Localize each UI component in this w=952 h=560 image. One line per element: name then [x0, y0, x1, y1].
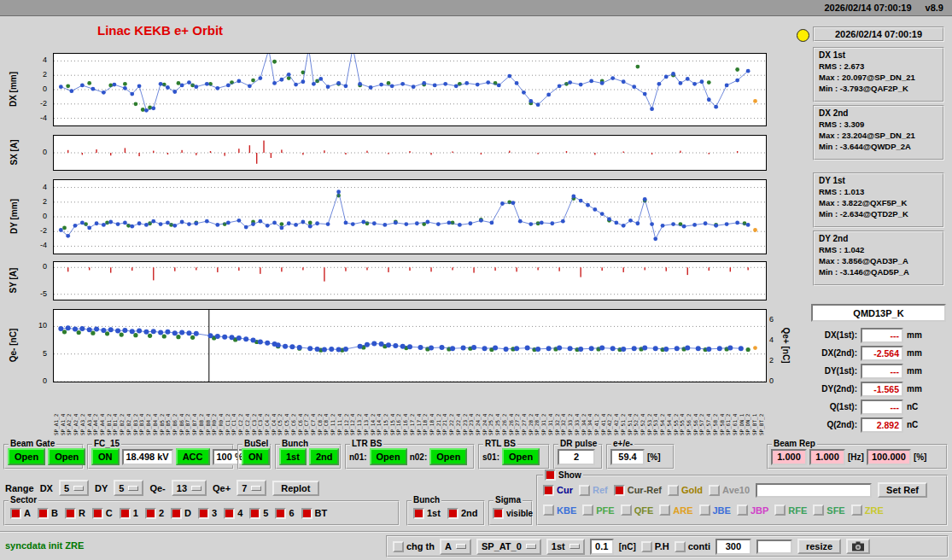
bunch-1st-button[interactable]: 1st: [279, 448, 307, 465]
checkbox[interactable]: [641, 541, 652, 552]
bunch-2nd-button[interactable]: 2nd: [309, 448, 340, 465]
checkbox[interactable]: [675, 541, 686, 552]
resize-button[interactable]: resize: [797, 539, 841, 554]
ph-checkbox[interactable]: P.H: [641, 541, 669, 552]
dr-pulse-field[interactable]: 2: [558, 449, 595, 465]
checkbox[interactable]: [621, 505, 632, 516]
show-option-ref[interactable]: Ref: [579, 485, 608, 496]
show-option-cur-ref[interactable]: Cur-Ref: [614, 485, 662, 496]
sector-option-d[interactable]: D: [171, 508, 191, 519]
sector-option-5[interactable]: 5: [249, 508, 268, 519]
checkbox[interactable]: [493, 508, 504, 519]
fc15-kv-field[interactable]: 18.498 kV: [122, 449, 173, 465]
sector-option-4[interactable]: 4: [224, 508, 242, 519]
show-option-ave10[interactable]: Ave10: [709, 485, 750, 496]
aux-input[interactable]: [756, 540, 792, 554]
checkbox[interactable]: [145, 508, 156, 519]
bunch-1st-checkbox[interactable]: 1st: [413, 508, 441, 519]
show-option-kbe[interactable]: KBE: [543, 505, 576, 516]
show-option-are[interactable]: ARE: [659, 505, 692, 516]
checkbox[interactable]: [38, 508, 49, 519]
count-field[interactable]: 300: [715, 539, 751, 555]
checkbox[interactable]: [413, 508, 424, 519]
show-option-jbp[interactable]: JBP: [737, 505, 768, 516]
sector-select-dropdown[interactable]: A: [440, 539, 471, 555]
checkbox[interactable]: [65, 508, 76, 519]
dx-orbit-plot[interactable]: [53, 53, 767, 126]
checkbox[interactable]: [851, 505, 862, 516]
set-ref-button[interactable]: Set Ref: [878, 482, 927, 498]
beam-gate-open-1-button[interactable]: Open: [8, 448, 45, 465]
checkbox[interactable]: [709, 485, 720, 496]
checkbox[interactable]: [543, 505, 554, 516]
checkbox[interactable]: [275, 508, 286, 519]
checkbox[interactable]: [737, 505, 748, 516]
checkbox[interactable]: [579, 485, 590, 496]
fc15-acc-button[interactable]: ACC: [176, 448, 210, 465]
show-option-pfe[interactable]: PFE: [582, 505, 614, 516]
chg-th-checkbox[interactable]: chg th: [393, 541, 435, 552]
show-option-sfe[interactable]: SFE: [813, 505, 844, 516]
show-option-jbe[interactable]: JBE: [699, 505, 731, 516]
charge-plot[interactable]: [53, 309, 767, 382]
busel-on-button[interactable]: ON: [242, 448, 270, 465]
checkbox[interactable]: [120, 508, 131, 519]
checkbox[interactable]: [659, 505, 670, 516]
show-option-rfe[interactable]: RFE: [774, 505, 807, 516]
sector-option-r[interactable]: R: [65, 508, 85, 519]
range-dx-dropdown[interactable]: 5: [59, 480, 89, 496]
screenshot-button[interactable]: [846, 539, 870, 554]
beam-rep-field-2[interactable]: 1.000: [809, 449, 845, 465]
checkbox[interactable]: [447, 508, 458, 519]
checkbox[interactable]: [699, 505, 710, 516]
sector-option-3[interactable]: 3: [198, 508, 217, 519]
checkbox[interactable]: [301, 508, 312, 519]
range-qe-minus-dropdown[interactable]: 13: [172, 480, 207, 496]
conti-checkbox[interactable]: conti: [675, 541, 710, 552]
sector-option-bt[interactable]: BT: [301, 508, 328, 519]
sector-option-a[interactable]: A: [10, 508, 31, 519]
sector-option-2[interactable]: 2: [145, 508, 164, 519]
sigma-visible-checkbox[interactable]: visible: [493, 508, 533, 519]
beam-gate-open-2-button[interactable]: Open: [48, 448, 85, 465]
ltr-n01-open-button[interactable]: Open: [370, 448, 407, 465]
set-ref-input[interactable]: [756, 483, 872, 498]
beam-rep-field-3[interactable]: 100.000: [867, 449, 911, 465]
checkbox[interactable]: [10, 508, 21, 519]
sx-steering-plot[interactable]: [53, 135, 767, 171]
fc15-on-button[interactable]: ON: [91, 448, 120, 465]
show-option-qfe[interactable]: QFE: [621, 505, 654, 516]
e-ratio-field[interactable]: 59.4: [610, 449, 645, 465]
checkbox[interactable]: [171, 508, 182, 519]
ltr-n02-open-button[interactable]: Open: [429, 448, 467, 465]
checkbox[interactable]: [92, 508, 103, 519]
checkbox[interactable]: [543, 485, 554, 496]
sy-steering-plot[interactable]: [53, 261, 767, 300]
bunch-select-dropdown[interactable]: 1st: [546, 539, 585, 555]
sector-option-c[interactable]: C: [92, 508, 113, 519]
range-qe-plus-dropdown[interactable]: 7: [237, 480, 266, 496]
dy-orbit-plot[interactable]: [53, 179, 767, 254]
checkbox[interactable]: [393, 541, 404, 552]
checkbox[interactable]: [198, 508, 209, 519]
checkbox[interactable]: [249, 508, 260, 519]
checkbox[interactable]: [813, 505, 824, 516]
checkbox[interactable]: [224, 508, 235, 519]
replot-button[interactable]: Replot: [272, 481, 318, 496]
show-option-cur[interactable]: Cur: [543, 485, 573, 496]
rtl-s01-open-button[interactable]: Open: [502, 448, 540, 465]
range-dy-dropdown[interactable]: 5: [114, 480, 143, 496]
checkbox[interactable]: [614, 485, 625, 496]
beam-rep-field-1[interactable]: 1.000: [771, 449, 807, 465]
checkbox[interactable]: [582, 505, 593, 516]
bunch-2nd-checkbox[interactable]: 2nd: [447, 508, 478, 519]
sector-option-b[interactable]: B: [38, 508, 58, 519]
sector-option-6[interactable]: 6: [275, 508, 294, 519]
checkbox[interactable]: [668, 485, 679, 496]
bpm-name-field[interactable]: QMD13P_K: [811, 304, 946, 322]
checkbox[interactable]: [774, 505, 786, 516]
sector-option-1[interactable]: 1: [120, 508, 138, 519]
threshold-field[interactable]: 0.1: [590, 539, 614, 555]
show-checkbox[interactable]: [545, 470, 556, 481]
bpm-select-dropdown[interactable]: SP_AT_0: [476, 539, 541, 555]
